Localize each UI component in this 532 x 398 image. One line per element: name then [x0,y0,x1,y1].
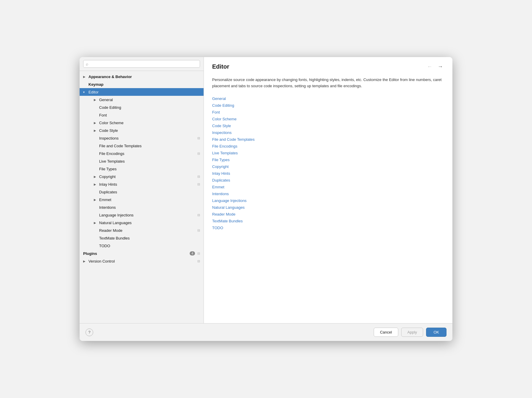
chevron-down-icon: ▾ [83,90,87,94]
sidebar-item-label: File and Code Templates [99,144,200,148]
sidebar-item-label: Font [99,113,200,117]
chevron-right-icon: ▶ [94,221,98,224]
content-link[interactable]: Natural Languages [212,205,444,210]
sidebar-item-code-style[interactable]: ▶ Code Style [80,127,204,134]
sidebar-item-label: Inlay Hints [99,182,196,187]
sidebar-item-live-templates[interactable]: Live Templates [80,157,204,165]
chevron-right-icon: ▶ [94,183,98,186]
chevron-right-icon: ▶ [94,98,98,101]
sidebar-item-intentions[interactable]: Intentions [80,203,204,211]
page-title: Editor [212,63,229,70]
content-link[interactable]: TextMate Bundles [212,219,444,223]
sidebar-item-label: Appearance & Behavior [88,75,200,79]
back-button[interactable]: ← [426,63,433,70]
sidebar-item-general[interactable]: ▶ General [80,96,204,103]
sidebar-list: ▶ Appearance & Behavior Keymap ▾ Editor … [80,71,204,323]
sidebar-item-textmate-bundles[interactable]: TextMate Bundles [80,234,204,242]
sidebar-item-code-editing[interactable]: Code Editing [80,103,204,111]
ok-button[interactable]: OK [426,328,446,337]
cancel-button[interactable]: Cancel [374,328,398,337]
help-button[interactable]: ? [86,329,93,336]
sidebar-item-font[interactable]: Font [80,111,204,119]
content-link[interactable]: Color Scheme [212,117,444,121]
content-link[interactable]: Language Injections [212,198,444,203]
sidebar-item-copyright[interactable]: ▶ Copyright ⊟ [80,173,204,180]
sidebar-item-label: TextMate Bundles [99,236,200,240]
sidebar-item-label: General [99,98,200,102]
settings-icon: ⊟ [197,152,200,156]
content-link[interactable]: Emmet [212,185,444,189]
chevron-right-icon: ▶ [94,198,98,201]
content-link[interactable]: Font [212,110,444,114]
sidebar-item-label: Reader Mode [99,228,196,233]
sidebar-item-emmet[interactable]: ▶ Emmet [80,196,204,203]
sidebar-item-reader-mode[interactable]: Reader Mode ⊟ [80,226,204,234]
apply-button[interactable]: Apply [401,328,423,337]
footer-left: ? [86,329,371,336]
chevron-right-icon: ▶ [94,175,98,178]
sidebar-item-duplicates[interactable]: Duplicates [80,188,204,196]
main-header: Editor ← → [204,57,452,73]
search-icon: ⌕ [86,62,88,66]
settings-icon: ⊟ [197,213,200,217]
content-link[interactable]: General [212,96,444,101]
sidebar-item-label: Duplicates [99,190,200,194]
content-link[interactable]: File and Code Templates [212,137,444,142]
sidebar-item-version-control[interactable]: ▶ Version Control ⊟ [80,257,204,265]
sidebar-item-appearance-behavior[interactable]: ▶ Appearance & Behavior [80,73,204,80]
sidebar-item-label: File Encodings [99,151,196,156]
dialog-footer: ? Cancel Apply OK [80,323,452,341]
settings-icon: ⊟ [197,136,200,140]
chevron-right-icon: ▶ [83,75,87,78]
settings-icon: ⊟ [197,175,200,179]
sidebar-item-file-and-code-templates[interactable]: File and Code Templates [80,142,204,150]
sidebar-item-label: Code Style [99,128,200,133]
search-bar: ⌕ [80,57,204,71]
sidebar-item-inlay-hints[interactable]: ▶ Inlay Hints ⊟ [80,180,204,188]
content-link[interactable]: Copyright [212,164,444,169]
sidebar-item-label: Live Templates [99,159,200,164]
settings-icon: ⊟ [197,182,200,186]
sidebar-item-todo[interactable]: TODO [80,242,204,250]
chevron-right-icon: ▶ [94,129,98,132]
sidebar-item-keymap[interactable]: Keymap [80,80,204,88]
settings-icon: ⊟ [197,259,200,263]
sidebar-item-natural-languages[interactable]: ▶ Natural Languages [80,219,204,226]
content-link[interactable]: Live Templates [212,151,444,155]
sidebar-item-file-types[interactable]: File Types [80,165,204,173]
sidebar-item-inspections[interactable]: Inspections ⊟ [80,134,204,142]
content-link[interactable]: File Types [212,158,444,162]
content-link[interactable]: Duplicates [212,178,444,182]
content-link[interactable]: Code Editing [212,103,444,108]
content-link[interactable]: TODO [212,226,444,230]
content-link[interactable]: File Encodings [212,144,444,148]
chevron-right-icon: ▶ [94,121,98,124]
content-link[interactable]: Reader Mode [212,212,444,216]
content-link[interactable]: Code Style [212,124,444,128]
sidebar: ⌕ ▶ Appearance & Behavior Keymap ▾ Edito… [80,57,204,323]
dialog-body: ⌕ ▶ Appearance & Behavior Keymap ▾ Edito… [80,57,452,323]
chevron-right-icon: ▶ [83,260,87,263]
settings-icon: ⊟ [197,229,200,232]
sidebar-item-label: TODO [99,244,200,248]
settings-dialog: ⌕ ▶ Appearance & Behavior Keymap ▾ Edito… [80,57,452,341]
settings-icon: ⊟ [197,252,200,255]
content-link[interactable]: Inspections [212,130,444,135]
sidebar-item-label: Plugins [83,251,190,256]
content-link[interactable]: Intentions [212,192,444,196]
forward-button[interactable]: → [436,63,444,70]
sidebar-item-color-scheme[interactable]: ▶ Color Scheme [80,119,204,127]
search-input[interactable] [90,62,197,66]
sidebar-item-label: Inspections [99,136,196,140]
sidebar-item-label: Intentions [99,205,200,210]
sidebar-item-language-injections[interactable]: Language Injections ⊟ [80,211,204,219]
sidebar-item-label: Color Scheme [99,121,200,125]
content-link[interactable]: Inlay Hints [212,171,444,176]
sidebar-item-plugins[interactable]: Plugins 4 ⊟ [80,250,204,257]
description-text: Personalize source code appearance by ch… [212,77,444,89]
search-input-wrapper[interactable]: ⌕ [83,60,200,68]
main-body: Personalize source code appearance by ch… [204,73,452,323]
sidebar-item-editor[interactable]: ▾ Editor [80,88,204,96]
sidebar-item-file-encodings[interactable]: File Encodings ⊟ [80,150,204,157]
plugins-badge: 4 [190,251,195,255]
